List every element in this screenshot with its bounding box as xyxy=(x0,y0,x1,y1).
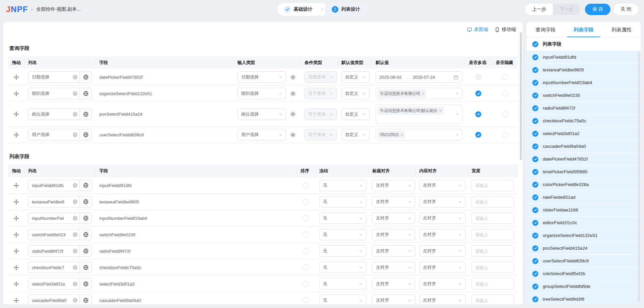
clear-icon[interactable]: × xyxy=(73,132,77,137)
drag-handle-icon[interactable] xyxy=(14,282,19,287)
main-scrollbar[interactable] xyxy=(520,32,522,160)
field-list-item[interactable]: sliderFieldae1168 xyxy=(527,204,641,217)
field-list-item[interactable]: switchField9e0235 xyxy=(527,89,641,102)
field-checkbox[interactable] xyxy=(532,54,538,60)
field-checkbox[interactable] xyxy=(532,233,538,239)
field-checkbox[interactable] xyxy=(532,207,538,213)
sort-checkbox[interactable] xyxy=(303,281,309,287)
column-name-input[interactable] xyxy=(29,298,73,303)
title-align-select[interactable]: 左对齐 xyxy=(372,245,415,257)
clear-icon[interactable]: × xyxy=(73,112,77,117)
field-checkbox[interactable] xyxy=(532,169,538,175)
title-align-select[interactable]: 左对齐 xyxy=(372,278,415,290)
globe-icon[interactable] xyxy=(79,295,92,304)
clear-icon[interactable]: × xyxy=(73,199,77,204)
step-basic-design[interactable]: 基础设计 xyxy=(277,3,319,16)
globe-icon[interactable] xyxy=(79,180,92,191)
content-align-select[interactable]: 左对齐 xyxy=(419,262,466,273)
sort-checkbox[interactable] xyxy=(303,199,309,205)
default-type-select[interactable]: 自定义 xyxy=(341,129,370,140)
default-type-select[interactable]: 自定义 xyxy=(341,88,370,99)
drag-handle-icon[interactable] xyxy=(14,112,19,117)
freeze-select[interactable]: 无 xyxy=(319,196,366,207)
field-checkbox[interactable] xyxy=(532,67,538,73)
clear-icon[interactable]: × xyxy=(73,75,77,79)
drag-handle-icon[interactable] xyxy=(14,75,19,80)
hidden-checkbox[interactable] xyxy=(502,74,508,80)
content-align-select[interactable]: 左对齐 xyxy=(419,295,466,304)
column-name-input[interactable] xyxy=(29,199,73,204)
field-list-item[interactable]: roleSelectFieldf5ef2b xyxy=(527,267,641,280)
sort-checkbox[interactable] xyxy=(303,297,309,303)
clear-icon[interactable]: × xyxy=(73,216,77,221)
field-checkbox[interactable] xyxy=(532,156,538,162)
width-input[interactable] xyxy=(472,278,514,290)
field-list-item[interactable]: posSelectField415a24 xyxy=(527,242,641,255)
field-list-item[interactable]: rateFielde851ad xyxy=(527,191,641,204)
clear-icon[interactable]: × xyxy=(73,91,77,96)
clear-icon[interactable]: × xyxy=(73,282,77,286)
drag-handle-icon[interactable] xyxy=(14,216,19,221)
content-align-select[interactable]: 左对齐 xyxy=(419,278,466,290)
close-button[interactable]: 关 闭 xyxy=(614,4,638,15)
multi-select-checkbox[interactable] xyxy=(475,132,481,138)
freeze-select[interactable]: 无 xyxy=(319,295,366,304)
drag-handle-icon[interactable] xyxy=(14,91,19,96)
step-list-design[interactable]: 2 列表设计 xyxy=(325,3,367,16)
field-list-item[interactable]: radioField8f472f xyxy=(527,102,641,115)
input-type-select[interactable]: 组织选择 xyxy=(237,88,286,99)
hidden-checkbox[interactable] xyxy=(502,132,508,138)
clear-icon[interactable]: × xyxy=(73,232,77,237)
remove-tag-icon[interactable]: × xyxy=(401,133,403,137)
column-name-input[interactable] xyxy=(29,265,73,270)
title-align-select[interactable]: 左对齐 xyxy=(372,295,415,304)
field-checkbox[interactable] xyxy=(532,194,538,200)
globe-icon[interactable] xyxy=(79,109,92,120)
field-checkbox[interactable] xyxy=(532,80,538,86)
field-checkbox[interactable] xyxy=(532,258,538,264)
globe-icon[interactable] xyxy=(79,262,92,273)
sort-checkbox[interactable] xyxy=(303,182,309,188)
column-name-input[interactable] xyxy=(29,75,73,80)
drag-handle-icon[interactable] xyxy=(14,249,19,254)
globe-icon[interactable] xyxy=(79,229,92,240)
column-name-input[interactable] xyxy=(29,216,73,221)
clear-icon[interactable]: × xyxy=(73,265,77,270)
globe-icon[interactable] xyxy=(79,72,92,82)
field-list-item[interactable]: timePickerField5f5685 xyxy=(527,166,641,178)
title-align-select[interactable]: 左对齐 xyxy=(372,229,415,240)
tab-list-properties[interactable]: 列表属性 xyxy=(603,22,641,37)
globe-icon[interactable] xyxy=(79,196,92,207)
field-list-item[interactable]: treeSelectField9d3f9 xyxy=(527,293,641,304)
clear-icon[interactable]: × xyxy=(73,249,77,253)
multi-select-checkbox[interactable] xyxy=(475,111,481,117)
field-checkbox[interactable] xyxy=(532,296,538,302)
sidebar-scrollbar[interactable] xyxy=(638,52,640,302)
freeze-select[interactable]: 无 xyxy=(319,262,366,273)
field-checkbox[interactable] xyxy=(532,284,538,290)
drag-handle-icon[interactable] xyxy=(14,199,19,204)
gear-icon[interactable] xyxy=(290,132,296,138)
clear-icon[interactable]: × xyxy=(73,298,77,303)
hidden-checkbox[interactable] xyxy=(502,90,508,97)
prev-step-button[interactable]: 上一步 xyxy=(525,4,553,15)
field-list-item[interactable]: selectField3d01a2 xyxy=(527,127,641,140)
date-start[interactable]: 2025-06-02 xyxy=(379,75,402,80)
field-checkbox[interactable] xyxy=(532,220,538,226)
content-align-select[interactable]: 左对齐 xyxy=(419,229,466,240)
gear-icon[interactable] xyxy=(290,74,296,80)
column-name-input[interactable] xyxy=(29,282,73,287)
input-type-select[interactable]: 岗位选择 xyxy=(237,109,286,120)
column-name-input[interactable] xyxy=(29,132,73,137)
sort-checkbox[interactable] xyxy=(303,248,309,254)
freeze-select[interactable]: 无 xyxy=(319,212,366,224)
content-align-select[interactable]: 左对齐 xyxy=(419,180,466,191)
date-range-picker[interactable]: 2025-06-02 → 2025-07-24 xyxy=(376,71,462,83)
drag-handle-icon[interactable] xyxy=(14,298,19,303)
mobile-toggle[interactable]: 移动端 xyxy=(495,26,516,33)
drag-handle-icon[interactable] xyxy=(14,132,19,137)
field-list-item[interactable]: inputFieldd91dfd xyxy=(527,51,641,64)
field-list-item[interactable]: groupSelectFielddfd9de xyxy=(527,280,641,293)
default-value-multiselect[interactable]: 引迈信息技术有限公司/默认岗位× xyxy=(376,105,462,124)
drag-handle-icon[interactable] xyxy=(14,183,19,188)
